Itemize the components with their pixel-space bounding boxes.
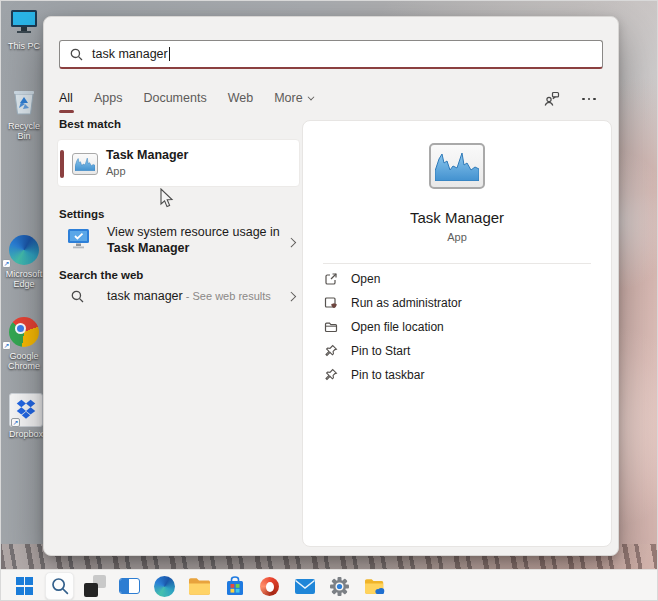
taskbar-edge-button[interactable] [150,572,179,600]
preview-subtitle: App [303,231,611,243]
best-match-subtitle: App [106,165,126,177]
desktop-icon-label: Recycle Bin [1,121,47,141]
action-run-as-administrator[interactable]: Run as administrator [303,291,611,315]
desktop-icon-label: This PC [1,41,47,51]
edge-icon: ↗ [1,233,47,267]
monitor-check-icon [67,228,90,250]
taskbar-widgets-button[interactable] [115,572,144,600]
desktop-screen: This PC Recycle Bin ↗ MicrosoftEdge ↗ [0,0,658,601]
desktop-icon-label: GoogleChrome [1,351,47,371]
widgets-icon [119,578,140,594]
action-open[interactable]: Open [303,267,611,291]
preview-actions: Open Run as administrator Open file loca… [303,267,611,387]
task-manager-icon [72,153,98,175]
onedrive-folder-icon [363,577,386,596]
web-result-query: task manager [107,289,183,303]
section-header-best-match: Best match [59,118,121,130]
best-match-title: Task Manager [106,148,188,162]
tab-documents[interactable]: Documents [141,89,208,113]
tab-more[interactable]: More [272,89,315,113]
search-icon [51,577,69,595]
taskbar-start-button[interactable] [10,572,39,600]
task-manager-icon-large [429,143,485,189]
pin-icon [324,344,338,358]
taskbar-onedrive-folder-button[interactable] [360,572,389,600]
run-admin-icon [324,296,338,310]
chrome-icon: ↗ [1,315,47,349]
desktop-icon-this-pc[interactable]: This PC [1,5,47,51]
mouse-cursor [160,188,175,209]
more-options-icon[interactable] [582,98,596,101]
desktop-icon-edge[interactable]: ↗ MicrosoftEdge [1,233,47,289]
divider [323,263,591,264]
tab-web[interactable]: Web [226,89,255,113]
taskbar-store-button[interactable] [220,572,249,600]
mail-icon [294,578,316,595]
file-explorer-icon [188,577,211,596]
selection-accent-bar [60,150,64,178]
edge-icon [154,576,175,597]
taskbar-mail-button[interactable] [290,572,319,600]
open-external-icon [324,272,338,286]
search-input[interactable]: task manager [59,40,603,69]
chevron-right-icon [286,238,295,247]
desktop-icon-recycle-bin[interactable]: Recycle Bin [1,85,47,141]
office-icon [260,577,279,596]
taskbar-office-button[interactable] [255,572,284,600]
settings-result[interactable]: View system resource usage in Task Manag… [57,224,300,264]
section-header-settings: Settings [59,208,104,220]
search-filter-tabs: All Apps Documents Web More [57,89,316,113]
desktop-icon-chrome[interactable]: ↗ GoogleChrome [1,315,47,371]
recycle-bin-icon [1,85,47,119]
preview-title: Task Manager [303,209,611,226]
web-result-separator: - [183,290,193,302]
taskbar [1,569,657,601]
preview-pane: Task Manager App Open R [302,120,612,547]
pin-icon [324,368,338,382]
action-pin-to-start[interactable]: Pin to Start [303,339,611,363]
taskbar-task-view-button[interactable] [80,572,109,600]
tab-apps[interactable]: Apps [92,89,125,113]
taskbar-settings-button[interactable] [325,572,354,600]
search-icon [70,48,83,61]
web-result-suffix: See web results [193,290,271,302]
best-match-result[interactable]: Task Manager App [57,139,300,187]
shortcut-arrow-icon: ↗ [2,341,11,350]
shortcut-arrow-icon: ↗ [11,418,20,427]
task-view-icon [84,575,106,597]
search-query-text: task manager [92,47,168,61]
windows-logo-icon [16,577,34,595]
user-feedback-icon[interactable] [543,91,560,107]
desktop-icon-label: MicrosoftEdge [1,269,47,289]
folder-icon [324,320,338,334]
chevron-right-icon [286,292,295,301]
text-caret [169,47,170,61]
search-icon [71,290,84,303]
chevron-down-icon [307,94,314,101]
gear-icon [329,576,350,597]
this-pc-icon [1,5,47,39]
action-pin-to-taskbar[interactable]: Pin to taskbar [303,363,611,387]
taskbar-file-explorer-button[interactable] [185,572,214,600]
action-open-file-location[interactable]: Open file location [303,315,611,339]
store-icon [225,576,245,596]
section-header-web: Search the web [59,269,143,281]
settings-result-text: View system resource usage in Task Manag… [107,224,280,256]
shortcut-arrow-icon: ↗ [2,259,11,268]
tab-all[interactable]: All [57,89,75,113]
taskbar-search-button[interactable] [45,572,74,600]
web-search-result[interactable]: task manager - See web results [57,283,300,309]
search-flyout: task manager All Apps Documents Web More… [43,16,619,556]
